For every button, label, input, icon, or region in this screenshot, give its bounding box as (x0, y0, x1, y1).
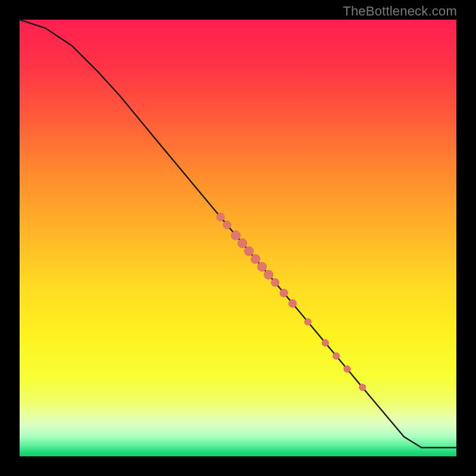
watermark-text: TheBottleneck.com (343, 4, 457, 19)
data-point-6 (257, 262, 267, 271)
data-point-9 (280, 289, 288, 297)
data-point-3 (237, 239, 247, 248)
data-point-4 (244, 246, 253, 256)
data-point-15 (359, 384, 366, 391)
data-point-14 (344, 365, 351, 372)
data-point-1 (223, 221, 231, 229)
chart-svg (20, 20, 456, 456)
data-point-2 (231, 231, 240, 240)
data-point-8 (271, 278, 279, 287)
data-point-10 (289, 299, 297, 308)
data-point-12 (322, 339, 329, 346)
data-point-0 (217, 213, 225, 221)
data-point-13 (333, 352, 340, 359)
chart-frame: TheBottleneck.com (0, 0, 476, 476)
data-point-5 (250, 254, 260, 264)
data-point-11 (304, 318, 311, 325)
data-point-7 (264, 270, 273, 280)
